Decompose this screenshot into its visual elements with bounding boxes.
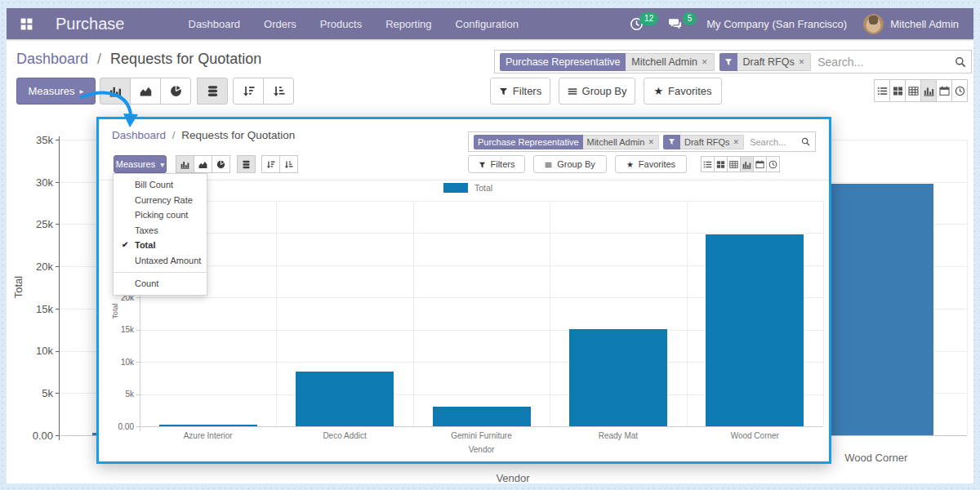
search-facet-purchase-representative: Purchase Representative Mitchell Admin✕: [474, 135, 659, 149]
y-tick-label: 0.00: [19, 430, 53, 442]
facet-remove-button[interactable]: ✕: [799, 58, 805, 66]
sort-descending-button[interactable]: [261, 155, 280, 173]
kanban-view-button[interactable]: [714, 156, 728, 172]
measure-option-picking-count[interactable]: Picking count: [114, 207, 207, 223]
breadcrumb-dashboard-link[interactable]: Dashboard: [112, 129, 166, 141]
calendar-icon: [755, 160, 764, 169]
pie-chart-view-button[interactable]: [160, 78, 191, 105]
measure-option-taxes[interactable]: Taxes: [114, 223, 207, 238]
bar-ready-mat[interactable]: [569, 329, 667, 426]
line-chart-view-button[interactable]: [130, 78, 161, 105]
facet-label: Purchase Representative: [474, 135, 583, 149]
measure-option-currency-rate[interactable]: Currency Rate: [114, 193, 207, 208]
breadcrumb-separator: /: [172, 129, 176, 141]
bar-deco-addict[interactable]: [296, 372, 394, 426]
sort-descending-icon: [266, 160, 275, 169]
company-switcher[interactable]: My Company (San Francisco): [706, 18, 847, 30]
star-icon: ★: [626, 160, 634, 169]
facet-remove-button[interactable]: ✕: [648, 138, 654, 146]
favorites-button[interactable]: ★ Favorites: [644, 78, 722, 105]
stacked-group: [197, 78, 228, 105]
measures-button[interactable]: Measures ▾: [114, 155, 167, 173]
bar-gemini-furniture[interactable]: [433, 407, 531, 426]
pie-chart-view-button[interactable]: [212, 155, 230, 173]
gridline-h: [140, 201, 823, 202]
measure-option-untaxed-amount[interactable]: Untaxed Amount: [114, 253, 207, 269]
gridline-v: [967, 140, 968, 435]
measures-button[interactable]: Measures ▸: [16, 78, 96, 105]
favorites-button[interactable]: ★ Favorites: [615, 155, 687, 173]
sort-ascending-icon: [284, 160, 293, 169]
favorites-label: Favorites: [639, 159, 675, 169]
bar-wood-corner[interactable]: [706, 234, 804, 426]
pivot-view-button[interactable]: [727, 156, 741, 172]
measures-dropdown: Bill CountCurrency RatePicking countTaxe…: [113, 173, 207, 296]
chart-legend[interactable]: Total: [443, 183, 492, 193]
bar-chart-view-button[interactable]: [176, 155, 194, 173]
x-category-label-deco-addict: Deco Addict: [276, 431, 412, 440]
facet-remove-button[interactable]: ✕: [702, 58, 708, 66]
messages-menu-button[interactable]: 5: [668, 17, 690, 31]
menu-item-orders[interactable]: Orders: [264, 18, 296, 30]
kanban-view-button[interactable]: [889, 79, 906, 102]
line-chart-view-button[interactable]: [194, 155, 212, 173]
menu-item-dashboard[interactable]: Dashboard: [189, 18, 241, 30]
legend-label-total: Total: [474, 183, 492, 193]
graph-view-button[interactable]: [920, 79, 937, 102]
measure-option-total[interactable]: Total✔: [114, 238, 207, 253]
stacked-toggle-button[interactable]: [197, 78, 228, 105]
search-bar[interactable]: Purchase Representative Mitchell Admin✕ …: [494, 50, 972, 74]
sort-descending-button[interactable]: [233, 78, 264, 105]
sort-ascending-button[interactable]: [279, 155, 298, 173]
sort-ascending-button[interactable]: [263, 78, 294, 105]
apps-grid-icon: [20, 17, 33, 31]
overlay-search-bar[interactable]: Purchase Representative Mitchell Admin✕ …: [468, 131, 816, 152]
measure-option-count[interactable]: Count: [114, 276, 207, 292]
menu-item-configuration[interactable]: Configuration: [456, 18, 519, 30]
menu-item-reporting[interactable]: Reporting: [385, 18, 431, 30]
activity-view-button[interactable]: [766, 156, 780, 172]
overlay-breadcrumb: Dashboard / Requests for Quotation: [112, 129, 295, 141]
filters-button[interactable]: Filters: [468, 155, 525, 173]
calendar-view-button[interactable]: [753, 156, 767, 172]
y-tick-label: 0.00: [109, 422, 134, 431]
pie-chart-icon: [170, 85, 182, 97]
bar-wood-corner[interactable]: [819, 184, 933, 435]
y-tick-label: 5k: [19, 387, 53, 399]
filters-button[interactable]: Filters: [490, 78, 550, 105]
stacked-toggle-button[interactable]: [237, 155, 256, 173]
breadcrumb-dashboard-link[interactable]: Dashboard: [16, 51, 88, 67]
app-name[interactable]: Purchase: [56, 15, 125, 33]
apps-menu-button[interactable]: [20, 17, 33, 31]
calendar-view-button[interactable]: [936, 79, 952, 102]
navbar-menu: DashboardOrdersProductsReportingConfigur…: [189, 18, 519, 30]
group-by-icon: [568, 87, 577, 96]
activity-view-button[interactable]: [951, 79, 968, 102]
activity-menu-button[interactable]: 12: [630, 17, 652, 31]
sort-group: [261, 155, 298, 173]
search-icon[interactable]: [801, 137, 810, 146]
group-by-label: Group By: [582, 85, 627, 97]
bar-azure-interior[interactable]: [159, 425, 257, 426]
menu-item-products[interactable]: Products: [320, 18, 362, 30]
breadcrumb-current: Requests for Quotation: [110, 51, 261, 67]
user-name: Mitchell Admin: [890, 18, 959, 30]
facet-remove-button[interactable]: ✕: [733, 138, 740, 146]
bar-chart-view-button[interactable]: [100, 78, 131, 105]
y-tick-label: 35k: [19, 134, 53, 146]
y-tick-label: 25k: [19, 218, 53, 230]
search-input[interactable]: [816, 55, 955, 69]
user-menu[interactable]: Mitchell Admin: [863, 14, 959, 34]
caret-right-icon: ▸: [80, 87, 84, 96]
measure-option-bill-count[interactable]: Bill Count: [114, 177, 207, 193]
screen: { "navbar": { "app_name": "Purchase", "m…: [0, 0, 980, 490]
search-input[interactable]: [748, 136, 801, 148]
group-by-button[interactable]: Group By: [559, 78, 635, 105]
list-view-button[interactable]: [874, 79, 890, 102]
list-view-button[interactable]: [701, 156, 715, 172]
group-by-button[interactable]: Group By: [533, 155, 607, 173]
search-icon[interactable]: [955, 56, 966, 68]
graph-view-button[interactable]: [740, 156, 754, 172]
clock-icon: [955, 86, 965, 96]
pivot-view-button[interactable]: [905, 79, 921, 102]
